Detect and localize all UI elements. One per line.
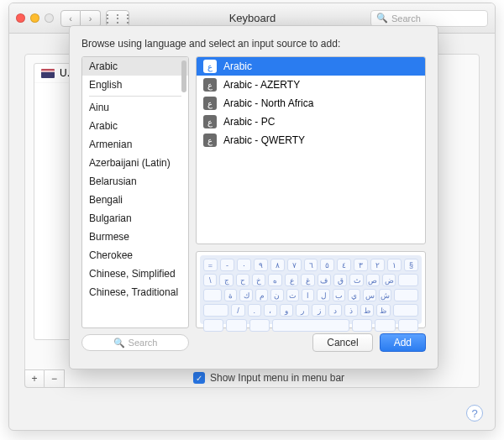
key: ظ — [376, 304, 390, 317]
remove-source-button[interactable]: − — [45, 369, 65, 388]
add-button[interactable]: Add — [380, 333, 426, 352]
key: و — [280, 304, 293, 317]
keyboard-row: ضصثقفغعهخحج\ — [203, 274, 418, 286]
key: ض — [382, 274, 396, 286]
key: = — [203, 259, 218, 271]
source-item[interactable]: عArabic - QWERTY — [197, 131, 425, 149]
key: ك — [239, 289, 252, 301]
source-item[interactable]: عArabic — [197, 57, 425, 76]
key — [393, 304, 418, 317]
key: ط — [360, 304, 374, 317]
input-source-icon: ع — [203, 115, 217, 128]
input-source-icon: ع — [203, 134, 217, 147]
key: ، — [264, 304, 277, 317]
search-icon: 🔍 — [113, 338, 125, 348]
key: / — [231, 304, 244, 317]
key: ة — [224, 289, 237, 301]
key: ل — [317, 289, 329, 301]
sheet-prompt: Browse using language and select an inpu… — [81, 38, 426, 50]
key: ص — [366, 274, 380, 286]
language-item[interactable]: Bulgarian — [82, 209, 188, 228]
show-all-button[interactable]: ⋮⋮⋮ — [106, 10, 129, 27]
source-list[interactable]: عArabicعArabic - AZERTYعArabic - North A… — [196, 56, 426, 244]
key: ذ — [344, 304, 358, 317]
divider — [89, 96, 181, 97]
show-input-menu-label: Show Input menu in menu bar — [210, 372, 344, 384]
key: ا — [302, 289, 314, 301]
checkbox-checked-icon[interactable]: ✓ — [193, 372, 205, 384]
language-item[interactable]: English — [82, 76, 188, 94]
key: - — [220, 259, 234, 271]
key — [398, 274, 418, 286]
key: ث — [349, 274, 363, 286]
key: ه — [268, 274, 281, 286]
forward-button[interactable]: › — [81, 10, 101, 27]
key: ن — [270, 289, 283, 301]
key — [203, 289, 222, 301]
language-item[interactable]: Chinese, Traditional — [82, 283, 188, 301]
key: ٤ — [337, 259, 351, 271]
language-item[interactable]: Azerbaijani (Latin) — [82, 154, 188, 172]
key: ش — [379, 289, 391, 301]
language-item[interactable]: Armenian — [82, 135, 188, 154]
key: س — [363, 289, 375, 301]
key: ع — [285, 274, 298, 286]
source-item-label: Arabic — [223, 60, 252, 72]
key: غ — [301, 274, 314, 286]
key: ٣ — [354, 259, 368, 271]
language-item[interactable]: Bengali — [82, 191, 188, 209]
help-button[interactable]: ? — [466, 405, 483, 422]
key: ٩ — [254, 259, 268, 271]
scrollbar-thumb[interactable] — [181, 60, 186, 92]
add-source-button[interactable]: + — [24, 369, 45, 388]
language-item[interactable]: Chinese, Simplified — [82, 265, 188, 283]
language-list[interactable]: ArabicEnglishAinuArabicArmenianAzerbaija… — [81, 56, 189, 328]
input-source-icon: ع — [203, 60, 217, 73]
flag-icon — [41, 69, 55, 78]
language-item[interactable]: Belarusian — [82, 172, 188, 191]
traffic-lights — [16, 13, 54, 23]
key: ٧ — [287, 259, 302, 271]
key: \ — [203, 274, 217, 286]
toolbar-search[interactable]: 🔍 Search — [370, 10, 488, 27]
language-item[interactable]: Arabic — [82, 117, 188, 135]
language-item[interactable]: Cherokee — [82, 246, 188, 265]
language-item[interactable]: Ainu — [82, 98, 188, 117]
cancel-button[interactable]: Cancel — [312, 333, 372, 352]
search-icon: 🔍 — [376, 13, 388, 24]
keyboard-row: شسيبلاتنمكة — [203, 289, 418, 301]
key: ب — [333, 289, 345, 301]
input-source-icon: ع — [203, 97, 217, 110]
key: ٨ — [270, 259, 285, 271]
source-item-label: Arabic - PC — [223, 116, 275, 128]
key: خ — [252, 274, 265, 286]
key — [394, 289, 418, 301]
back-button[interactable]: ‹ — [60, 10, 81, 27]
key: ز — [312, 304, 325, 317]
minimize-icon[interactable] — [30, 13, 39, 23]
language-item[interactable]: Arabic — [82, 57, 188, 76]
key: § — [404, 259, 418, 271]
toolbar-search-placeholder: Search — [391, 13, 421, 24]
key: م — [255, 289, 268, 301]
language-item[interactable]: Burmese — [82, 228, 188, 246]
key: ح — [236, 274, 249, 286]
key: ٢ — [370, 259, 385, 271]
sheet-search-placeholder: Search — [129, 338, 158, 348]
nav-buttons: ‹ › — [60, 10, 101, 27]
key: د — [328, 304, 342, 317]
source-item[interactable]: عArabic - PC — [197, 113, 425, 131]
close-icon[interactable] — [16, 13, 25, 23]
key: ٥ — [320, 259, 334, 271]
source-item[interactable]: عArabic - AZERTY — [197, 76, 425, 94]
source-item-label: Arabic - North Africa — [223, 97, 313, 109]
key: ت — [286, 289, 299, 301]
key: ق — [333, 274, 347, 286]
add-input-source-sheet: Browse using language and select an inpu… — [69, 25, 438, 369]
source-item-label: Arabic - AZERTY — [223, 79, 300, 91]
zoom-icon[interactable] — [45, 13, 54, 23]
key: ٠ — [237, 259, 251, 271]
source-item[interactable]: عArabic - North Africa — [197, 94, 425, 113]
show-input-menu-row: ✓ Show Input menu in menu bar — [193, 372, 344, 384]
sheet-search[interactable]: 🔍 Search — [81, 334, 189, 351]
